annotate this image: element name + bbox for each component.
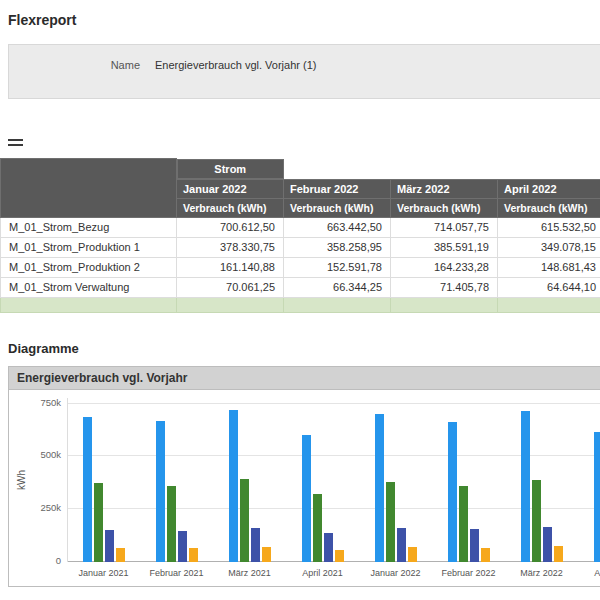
bar-m-01-strom-bezug — [302, 435, 311, 561]
table-month-header: April 2022 — [498, 179, 600, 198]
bar-m-01-strom-produktion-1 — [167, 486, 176, 562]
bar-m-01-strom-produktion-1 — [386, 482, 395, 562]
energy-table: StromJanuar 2022Februar 2022März 2022Apr… — [0, 158, 600, 313]
bar-m-01-strom-verwaltung — [189, 548, 198, 561]
chart-panel: Energieverbrauch vgl. Vorjahr kWh 0250k5… — [8, 366, 600, 587]
bar-m-01-strom-produktion-1 — [313, 494, 322, 562]
table-month-header: Februar 2022 — [284, 179, 391, 198]
bar-m-01-strom-bezug — [594, 432, 600, 562]
report-name-row: Name Energieverbrauch vgl. Vorjahr (1) — [9, 59, 600, 71]
bar-group-februar-2022 — [432, 398, 505, 562]
table-unit-header: Verbrauch (kWh) — [177, 198, 284, 217]
bar-m-01-strom-verwaltung — [408, 547, 417, 562]
cell-value: 349.078,15 — [498, 237, 600, 257]
cell-value: 161.140,88 — [177, 257, 284, 277]
table-month-header: Januar 2022 — [177, 179, 284, 198]
x-tick-label: April 2021 — [286, 568, 359, 580]
y-axis-title: kWh — [13, 398, 29, 562]
table-group-header: Strom — [177, 159, 284, 179]
bar-m-01-strom-produktion-2 — [470, 529, 479, 561]
bar-group-januar-2021 — [68, 398, 141, 562]
page-title: Flexreport — [8, 12, 600, 28]
bar-m-01-strom-produktion-2 — [324, 533, 333, 561]
bar-group-april-2022 — [578, 398, 600, 562]
cell-value: 378.330,75 — [177, 237, 284, 257]
y-axis-ticks: 0250k500k750k — [29, 398, 67, 562]
x-axis-labels: Januar 2021Februar 2021März 2021April 20… — [67, 562, 600, 580]
table-total-row — [1, 297, 600, 312]
bar-m-01-strom-bezug — [229, 410, 238, 561]
bar-group-m-rz-2022 — [505, 398, 578, 562]
row-label: M_01_Strom_Produktion 2 — [1, 257, 177, 277]
chart-panel-title: Energieverbrauch vgl. Vorjahr — [9, 367, 600, 390]
cell-value: 152.591,78 — [284, 257, 391, 277]
bar-group-m-rz-2021 — [214, 398, 287, 562]
bar-group-januar-2022 — [360, 398, 433, 562]
row-label: M_01_Strom_Bezug — [1, 217, 177, 237]
table-unit-header: Verbrauch (kWh) — [498, 198, 600, 217]
report-name-label: Name — [9, 59, 155, 71]
y-tick-label: 0 — [56, 555, 61, 566]
x-tick-label: Februar 2021 — [140, 568, 213, 580]
bar-m-01-strom-verwaltung — [554, 546, 563, 561]
cell-value: 164.233,28 — [391, 257, 498, 277]
cell-value: 148.681,43 — [498, 257, 600, 277]
bar-m-01-strom-verwaltung — [335, 550, 344, 562]
plot-area — [67, 398, 600, 562]
hamburger-icon — [8, 139, 26, 146]
cell-value: 358.258,95 — [284, 237, 391, 257]
x-tick-label: Januar 2022 — [359, 568, 432, 580]
report-info-panel: Name Energieverbrauch vgl. Vorjahr (1) — [8, 44, 600, 99]
bar-m-01-strom-bezug — [448, 422, 457, 562]
bar-groups — [68, 398, 600, 562]
table-menu-button[interactable] — [8, 139, 26, 146]
row-label: M_01_Strom Verwaltung — [1, 277, 177, 297]
cell-value: 385.591,19 — [391, 237, 498, 257]
bar-group-februar-2021 — [141, 398, 214, 562]
bar-m-01-strom-bezug — [83, 417, 92, 562]
bar-m-01-strom-produktion-2 — [251, 528, 260, 561]
diagrams-heading: Diagramme — [8, 341, 600, 356]
x-tick-label: März 2021 — [213, 568, 286, 580]
table-unit-header: Verbrauch (kWh) — [284, 198, 391, 217]
bar-chart: kWh 0250k500k750k Januar 2021Februar 202… — [9, 390, 600, 586]
bar-m-01-strom-bezug — [521, 411, 530, 561]
cell-value: 663.442,50 — [284, 217, 391, 237]
cell-value: 70.061,25 — [177, 277, 284, 297]
cell-value: 700.612,50 — [177, 217, 284, 237]
table-row: M_01_Strom_Bezug700.612,50663.442,50714.… — [1, 217, 600, 237]
x-tick-label: Januar 2021 — [67, 568, 140, 580]
x-tick-label: Februar 2022 — [432, 568, 505, 580]
cell-value: 714.057,75 — [391, 217, 498, 237]
table-month-header: März 2022 — [391, 179, 498, 198]
cell-value: 71.405,78 — [391, 277, 498, 297]
cell-value: 66.344,25 — [284, 277, 391, 297]
table-row: M_01_Strom_Produktion 2161.140,88152.591… — [1, 257, 600, 277]
cell-value: 615.532,50 — [498, 217, 600, 237]
table-row: M_01_Strom Verwaltung70.061,2566.344,257… — [1, 277, 600, 297]
bar-m-01-strom-produktion-1 — [532, 480, 541, 561]
table-corner-cell — [1, 159, 177, 218]
bar-m-01-strom-bezug — [375, 414, 384, 562]
bar-m-01-strom-verwaltung — [116, 548, 125, 562]
bar-m-01-strom-verwaltung — [262, 547, 271, 561]
bar-m-01-strom-produktion-1 — [94, 483, 103, 561]
table-unit-header: Verbrauch (kWh) — [391, 198, 498, 217]
y-tick-label: 250k — [40, 502, 61, 513]
x-tick-label: April 2022 — [578, 568, 600, 580]
row-label: M_01_Strom_Produktion 1 — [1, 237, 177, 257]
bar-group-april-2021 — [287, 398, 360, 562]
table-row: M_01_Strom_Produktion 1378.330,75358.258… — [1, 237, 600, 257]
bar-m-01-strom-verwaltung — [481, 548, 490, 562]
bar-m-01-strom-produktion-2 — [178, 531, 187, 562]
bar-m-01-strom-bezug — [156, 421, 165, 562]
cell-value: 64.644,10 — [498, 277, 600, 297]
bar-m-01-strom-produktion-2 — [397, 528, 406, 562]
bar-m-01-strom-produktion-1 — [240, 479, 249, 561]
y-tick-label: 750k — [40, 397, 61, 408]
bar-m-01-strom-produktion-2 — [105, 530, 114, 562]
x-tick-label: März 2022 — [505, 568, 578, 580]
page: Flexreport Name Energieverbrauch vgl. Vo… — [0, 0, 600, 587]
y-tick-label: 500k — [40, 449, 61, 460]
bar-m-01-strom-produktion-2 — [543, 527, 552, 562]
